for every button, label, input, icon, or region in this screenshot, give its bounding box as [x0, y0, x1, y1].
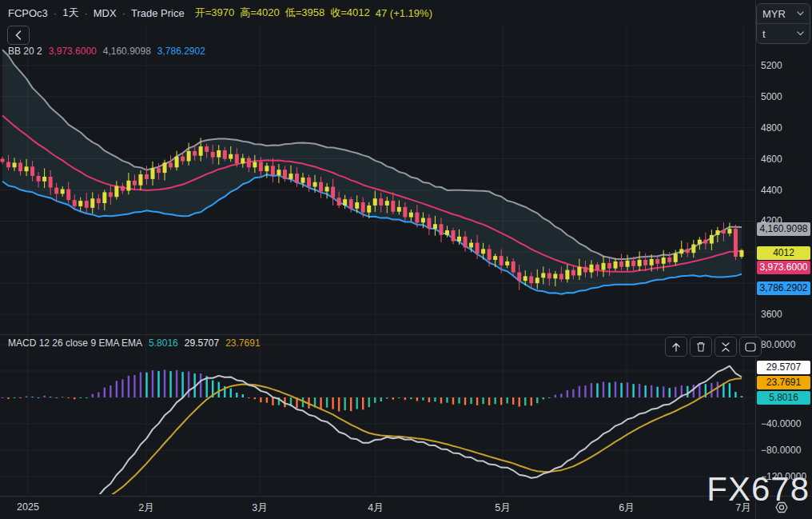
candle-body: [223, 150, 227, 159]
time-axis-label: 7月: [735, 501, 750, 515]
macd-histogram-bar: [494, 397, 496, 404]
macd-histogram-bar: [128, 376, 129, 397]
macd-histogram-bar: [332, 397, 333, 409]
candle-body: [133, 181, 137, 186]
candle-body: [553, 273, 557, 278]
pane-divider[interactable]: [0, 334, 812, 335]
time-axis-label: 2025: [17, 501, 39, 513]
macd-indicator-row[interactable]: MACD 12 26 close 9 EMA EMA 5.8016 29.570…: [8, 337, 261, 349]
delete-pane-button[interactable]: [690, 337, 712, 357]
candle-body: [698, 240, 702, 245]
candle-body: [602, 263, 606, 270]
macd-histogram-bar: [356, 397, 357, 409]
candle-body: [415, 213, 419, 223]
candle-body: [452, 230, 456, 242]
macd-histogram-bar: [145, 373, 147, 397]
macd-histogram-bar: [620, 383, 622, 397]
candle-body: [145, 174, 149, 179]
axis-tick-label: 4800: [761, 122, 782, 134]
candle-body: [66, 190, 70, 201]
macd-histogram-bar: [440, 397, 442, 404]
macd-histogram-bar: [176, 370, 177, 397]
symbol-name[interactable]: FCPOc3: [8, 7, 48, 19]
interval[interactable]: 1天: [62, 6, 78, 20]
unit-dropdown[interactable]: t: [757, 23, 810, 43]
macd-histogram-bar: [68, 397, 70, 398]
candle-body: [614, 261, 618, 269]
price-pane-series: [1, 50, 744, 294]
last-price-axis-label: 4012: [757, 246, 810, 260]
macd-histogram-bar: [572, 389, 574, 397]
exchange: MDX: [94, 7, 117, 19]
candle-body: [289, 174, 293, 179]
macd-histogram-bar: [639, 384, 640, 397]
maximize-icon: [745, 342, 756, 352]
macd-histogram-bar: [350, 397, 352, 411]
chart-settings-button[interactable]: [773, 500, 790, 515]
macd-histogram-bar: [169, 371, 171, 397]
macd-histogram-bar: [55, 397, 57, 398]
bb-indicator-row[interactable]: BB 20 2 3,973.6000 4,160.9098 3,786.2902: [8, 46, 205, 57]
candle-body: [583, 267, 587, 273]
candle-body: [205, 146, 209, 152]
candle-body: [217, 150, 221, 158]
axis-tick-label: 80.0000: [761, 339, 795, 350]
candle-body: [247, 158, 251, 168]
candle-body: [85, 201, 89, 208]
candle-body: [187, 151, 191, 162]
macd-histogram-bar: [519, 397, 520, 406]
chevron-left-icon: [15, 30, 22, 40]
macd-line-axis-label: 29.5707: [757, 361, 810, 374]
macd-line: [2, 366, 742, 505]
macd-histogram-bar: [326, 397, 328, 408]
bb-upper-value: 4,160.9098: [103, 46, 151, 57]
candle-body: [529, 276, 533, 283]
macd-histogram-bar: [31, 397, 33, 397]
currency-value: MYR: [762, 8, 786, 20]
macd-histogram-bar: [615, 381, 616, 397]
currency-dropdown[interactable]: MYR: [757, 4, 810, 23]
candle-body: [379, 198, 383, 206]
macd-histogram-bar: [62, 397, 63, 397]
back-button[interactable]: [7, 26, 30, 45]
time-axis-label: 5月: [495, 501, 510, 515]
time-axis[interactable]: 20252月3月4月5月6月7月: [0, 496, 812, 519]
candle-body: [283, 170, 287, 179]
trash-icon: [696, 341, 706, 352]
macd-histogram-bar: [410, 397, 412, 399]
macd-histogram-bar: [531, 397, 532, 405]
price-axis[interactable]: 4,160.9098 4012 3,973.6000 3,786.2902 29…: [756, 0, 812, 496]
candle-body: [25, 166, 29, 171]
candle-body: [577, 267, 581, 276]
bollinger-band-fill: [2, 50, 742, 294]
separator: ·: [84, 7, 87, 19]
candle-body: [739, 250, 743, 257]
time-axis-label: 6月: [619, 501, 634, 515]
candle-body: [78, 201, 82, 206]
candle-body: [355, 202, 359, 209]
collapse-pane-button[interactable]: [714, 337, 737, 357]
macd-histogram-bar: [362, 397, 364, 409]
low-value: 低=3958: [285, 6, 325, 20]
candle-body: [631, 261, 635, 266]
candle-body: [331, 187, 335, 198]
chart-canvas[interactable]: [0, 0, 812, 519]
candle-body: [559, 273, 563, 279]
candle-body: [163, 162, 167, 173]
macd-histogram-bar: [548, 397, 550, 398]
axis-tick-label: 4600: [761, 154, 782, 165]
candle-body: [199, 146, 203, 156]
macd-histogram-bar: [567, 390, 568, 397]
move-pane-up-button[interactable]: [665, 337, 687, 357]
macd-histogram-bar: [663, 386, 664, 397]
candle-body: [30, 166, 34, 176]
macd-histogram-bar: [386, 397, 388, 399]
maximize-pane-button[interactable]: [739, 337, 762, 357]
candle-body: [181, 157, 185, 162]
macd-title: MACD 12 26 close 9 EMA EMA: [8, 337, 142, 349]
time-axis-label: 3月: [252, 501, 267, 515]
candle-body: [667, 258, 671, 262]
candle-body: [109, 192, 113, 197]
unit-value: t: [762, 28, 766, 40]
candle-body: [18, 162, 22, 171]
